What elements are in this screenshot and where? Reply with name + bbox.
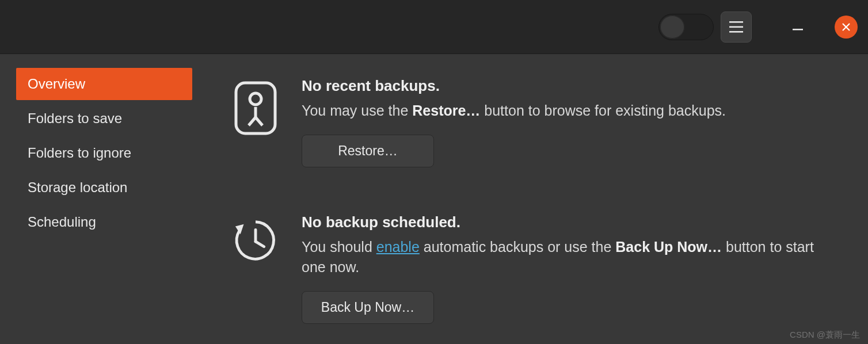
button-label: Back Up Now… <box>321 300 414 315</box>
svg-line-13 <box>256 242 264 247</box>
backups-icon <box>233 77 279 136</box>
sidebar-item-label: Storage location <box>28 179 127 195</box>
toggle-knob <box>660 16 684 39</box>
text: You should <box>302 239 376 255</box>
svg-line-10 <box>256 117 262 125</box>
schedule-heading: No backup scheduled. <box>302 213 839 231</box>
text-bold: Back Up Now… <box>615 239 722 255</box>
restore-section: No recent backups. You may use the Resto… <box>233 77 839 167</box>
svg-rect-1 <box>729 26 743 28</box>
sidebar-item-storage-location[interactable]: Storage location <box>16 171 192 204</box>
minimize-button[interactable] <box>786 16 809 39</box>
schedule-description: You should enable automatic backups or u… <box>302 237 839 277</box>
text: automatic backups or use the <box>420 239 615 255</box>
text: button to browse for existing backups. <box>480 102 726 119</box>
sidebar-item-label: Folders to save <box>28 110 122 126</box>
svg-rect-2 <box>729 31 743 33</box>
main-panel: No recent backups. You may use the Resto… <box>192 54 868 344</box>
svg-line-9 <box>249 117 256 125</box>
titlebar <box>0 0 868 54</box>
sidebar: Overview Folders to save Folders to igno… <box>0 54 192 344</box>
text-bold: Restore… <box>412 102 480 119</box>
sidebar-item-overview[interactable]: Overview <box>16 68 192 100</box>
button-label: Restore… <box>338 143 398 158</box>
close-button[interactable] <box>835 16 858 39</box>
sidebar-item-folders-to-save[interactable]: Folders to save <box>16 102 192 135</box>
sidebar-item-label: Overview <box>28 76 85 91</box>
back-up-now-button[interactable]: Back Up Now… <box>302 291 434 324</box>
hamburger-icon <box>729 21 743 33</box>
svg-point-7 <box>250 93 261 105</box>
restore-description: You may use the Restore… button to brows… <box>302 101 839 121</box>
restore-button[interactable]: Restore… <box>302 135 434 167</box>
history-clock-icon <box>233 213 279 264</box>
sidebar-item-scheduling[interactable]: Scheduling <box>16 206 192 238</box>
auto-backup-toggle[interactable] <box>658 14 714 40</box>
sidebar-item-label: Scheduling <box>28 214 96 230</box>
minimize-icon <box>793 22 803 32</box>
text: You may use the <box>302 102 412 119</box>
close-icon <box>842 22 851 32</box>
svg-marker-11 <box>235 224 244 235</box>
restore-heading: No recent backups. <box>302 77 839 95</box>
svg-rect-0 <box>729 21 743 23</box>
sidebar-item-label: Folders to ignore <box>28 145 131 160</box>
svg-rect-3 <box>793 29 803 30</box>
enable-link[interactable]: enable <box>376 239 420 255</box>
content-area: Overview Folders to save Folders to igno… <box>0 54 868 344</box>
sidebar-item-folders-to-ignore[interactable]: Folders to ignore <box>16 137 192 169</box>
schedule-section: No backup scheduled. You should enable a… <box>233 213 839 324</box>
hamburger-menu-button[interactable] <box>721 12 752 43</box>
